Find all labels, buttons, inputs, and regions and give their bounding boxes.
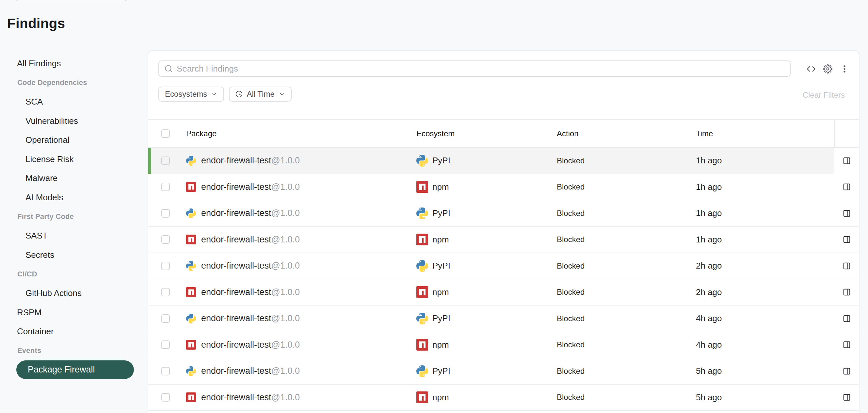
row-checkbox[interactable] xyxy=(161,156,170,165)
package-name: endor-firewall-test xyxy=(201,261,271,271)
code-view-button[interactable] xyxy=(807,64,816,73)
ecosystems-filter-label: Ecosystems xyxy=(165,90,207,99)
sidebar-nav-row: Secrets xyxy=(0,245,148,265)
action-label: Blocked xyxy=(557,235,585,244)
table-row[interactable]: endor-firewall-test @1.0.0 PyPI Blocked … xyxy=(148,305,859,332)
sidebar-item-malware[interactable]: Malware xyxy=(0,173,58,183)
open-side-panel-button[interactable] xyxy=(842,262,851,270)
time-label: 1h ago xyxy=(696,155,722,165)
open-side-panel-button[interactable] xyxy=(842,209,851,217)
npm-icon xyxy=(416,181,428,193)
table-row[interactable]: endor-firewall-test @1.0.0 PyPI Blocked … xyxy=(148,411,859,413)
npm-icon xyxy=(186,340,196,350)
ecosystem-label: npm xyxy=(432,287,449,297)
open-side-panel-button[interactable] xyxy=(842,314,851,323)
sidebar-item-rspm[interactable]: RSPM xyxy=(0,307,41,318)
table-row[interactable]: endor-firewall-test @1.0.0 npm Blocked 1… xyxy=(148,227,859,253)
row-checkbox[interactable] xyxy=(161,367,170,376)
sidebar-nav-row: CI/CD xyxy=(0,265,148,284)
row-checkbox[interactable] xyxy=(161,183,170,191)
sidebar-item-secrets[interactable]: Secrets xyxy=(0,250,54,260)
action-label: Blocked xyxy=(557,261,585,270)
action-label: Blocked xyxy=(557,366,585,376)
table-row[interactable]: endor-firewall-test @1.0.0 npm Blocked 4… xyxy=(148,332,859,358)
sidebar-nav-row: Events xyxy=(0,341,148,360)
select-all-checkbox[interactable] xyxy=(161,129,170,138)
python-icon xyxy=(416,155,428,167)
table-row[interactable]: endor-firewall-test @1.0.0 npm Blocked 1… xyxy=(148,174,859,201)
side-panel-icon xyxy=(842,183,851,191)
row-checkbox[interactable] xyxy=(161,314,170,323)
side-panel-icon xyxy=(842,288,851,296)
row-checkbox[interactable] xyxy=(161,393,170,402)
clear-filters-button[interactable]: Clear Filters xyxy=(803,90,845,100)
sidebar-nav-row: Container xyxy=(0,322,148,341)
open-side-panel-button[interactable] xyxy=(842,341,851,349)
open-side-panel-button[interactable] xyxy=(842,367,851,376)
row-checkbox[interactable] xyxy=(161,288,170,296)
row-checkbox[interactable] xyxy=(161,262,170,270)
open-side-panel-button[interactable] xyxy=(842,156,851,165)
column-header-action: Action xyxy=(557,129,696,138)
sidebar-section-code-dependencies: Code Dependencies xyxy=(0,79,87,87)
settings-button[interactable] xyxy=(823,64,832,73)
time-label: 1h ago xyxy=(696,208,722,218)
package-version: @1.0.0 xyxy=(271,235,300,245)
open-side-panel-button[interactable] xyxy=(842,235,851,244)
sidebar-nav-row: AI Models xyxy=(0,188,148,207)
open-side-panel-button[interactable] xyxy=(842,183,851,191)
row-checkbox[interactable] xyxy=(161,235,170,244)
python-icon xyxy=(186,366,196,376)
table-row[interactable]: endor-firewall-test @1.0.0 npm Blocked 2… xyxy=(148,279,859,306)
sidebar-item-container[interactable]: Container xyxy=(0,326,54,336)
sidebar-section-first-party-code: First Party Code xyxy=(0,212,74,221)
sidebar-nav-row: SCA xyxy=(0,92,148,111)
package-name: endor-firewall-test xyxy=(201,313,271,323)
findings-card: Ecosystems All Time Clear Filters Packag… xyxy=(148,50,860,413)
ecosystem-label: PyPI xyxy=(432,313,450,323)
sidebar-item-all-findings[interactable]: All Findings xyxy=(0,58,61,69)
package-version: @1.0.0 xyxy=(271,340,300,350)
sidebar-item-sca[interactable]: SCA xyxy=(0,97,43,107)
ecosystem-label: npm xyxy=(432,392,449,403)
open-side-panel-button[interactable] xyxy=(842,288,851,296)
npm-icon xyxy=(186,287,196,297)
sidebar-nav-row: Malware xyxy=(0,169,148,188)
package-name: endor-firewall-test xyxy=(201,155,271,166)
sidebar-item-operational[interactable]: Operational xyxy=(0,135,69,145)
sidebar-nav-row: RSPM xyxy=(0,303,148,322)
table-row[interactable]: endor-firewall-test @1.0.0 PyPI Blocked … xyxy=(148,148,859,174)
table-row[interactable]: endor-firewall-test @1.0.0 PyPI Blocked … xyxy=(148,253,859,279)
column-header-actions xyxy=(834,120,859,147)
time-filter-button[interactable]: All Time xyxy=(229,87,291,101)
table-row[interactable]: endor-firewall-test @1.0.0 PyPI Blocked … xyxy=(148,200,859,227)
table-body: endor-firewall-test @1.0.0 PyPI Blocked … xyxy=(148,148,859,413)
row-checkbox[interactable] xyxy=(161,209,170,217)
sidebar-item-license-risk[interactable]: License Risk xyxy=(0,154,73,164)
more-options-button[interactable] xyxy=(840,64,849,73)
package-name: endor-firewall-test xyxy=(201,208,271,218)
row-checkbox[interactable] xyxy=(161,341,170,349)
open-side-panel-button[interactable] xyxy=(842,393,851,402)
package-version: @1.0.0 xyxy=(271,392,300,403)
search-input[interactable] xyxy=(177,64,785,74)
chevron-down-icon xyxy=(211,91,217,97)
package-version: @1.0.0 xyxy=(271,182,300,192)
package-name: endor-firewall-test xyxy=(201,287,271,297)
python-icon xyxy=(186,208,196,218)
side-panel-icon xyxy=(842,367,851,376)
table-row[interactable]: endor-firewall-test @1.0.0 PyPI Blocked … xyxy=(148,358,859,385)
sidebar-item-package-firewall[interactable]: Package Firewall xyxy=(16,360,134,379)
ecosystem-label: PyPI xyxy=(432,155,450,166)
sidebar-nav: All FindingsCode DependenciesSCAVulnerab… xyxy=(0,54,148,379)
sidebar-item-sast[interactable]: SAST xyxy=(0,231,48,241)
findings-table: Package Ecosystem Action Time endor-fire… xyxy=(148,119,859,413)
time-label: 5h ago xyxy=(696,366,722,376)
sidebar-item-vulnerabilities[interactable]: Vulnerabilities xyxy=(0,116,78,126)
sidebar-item-ai-models[interactable]: AI Models xyxy=(0,193,63,203)
sidebar-item-github-actions[interactable]: GitHub Actions xyxy=(0,288,82,298)
ecosystems-filter-button[interactable]: Ecosystems xyxy=(158,87,224,101)
side-panel-icon xyxy=(842,262,851,270)
table-row[interactable]: endor-firewall-test @1.0.0 npm Blocked 5… xyxy=(148,385,859,411)
npm-icon xyxy=(416,286,428,298)
